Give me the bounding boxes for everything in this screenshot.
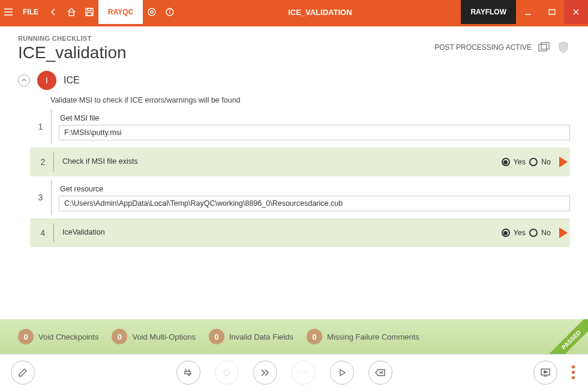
summary-label: Invalid Data Fields <box>229 332 293 341</box>
windows-icon[interactable] <box>538 41 551 54</box>
clear-button[interactable] <box>368 361 392 385</box>
summary-invalid-data-fields: 0 Invalid Data Fields <box>209 329 293 344</box>
no-label: No <box>541 229 551 237</box>
step-label: IceValidation <box>61 227 502 239</box>
rayflow-button[interactable]: RAYFLOW <box>461 0 516 24</box>
yes-no-group: Yes No <box>502 158 551 166</box>
radio-no[interactable] <box>529 229 538 237</box>
svg-marker-20 <box>340 370 345 376</box>
summary-void-checkpoints: 0 Void Checkpoints <box>18 329 98 344</box>
skip-forward-button[interactable] <box>253 361 277 385</box>
summary-void-multi-options: 0 Void Multi-Options <box>112 329 196 344</box>
count-badge: 0 <box>209 329 224 344</box>
step-number: 1 <box>30 109 52 144</box>
summary-label: Void Multi-Options <box>132 332 196 341</box>
step-number: 3 <box>30 180 52 215</box>
titlebar: FILE RAYQC ICE_VALIDATION RAYFLOW <box>0 0 588 24</box>
close-button[interactable] <box>564 0 588 24</box>
step-3: 3 Get resource <box>30 180 570 215</box>
running-label: RUNNING CHECKLIST <box>18 35 127 42</box>
radio-yes[interactable] <box>502 158 510 166</box>
step-label: Get MSI file <box>59 113 570 125</box>
yes-label: Yes <box>514 229 526 237</box>
radio-no[interactable] <box>529 158 538 166</box>
resource-path-input[interactable] <box>59 196 570 211</box>
tab-rayqc[interactable]: RAYQC <box>98 0 143 24</box>
maximize-button[interactable] <box>540 0 564 24</box>
minimize-button[interactable] <box>516 0 540 24</box>
svg-rect-18 <box>223 369 230 376</box>
count-badge: 0 <box>112 329 127 344</box>
page-header: RUNNING CHECKLIST ICE_validation POST PR… <box>0 26 588 67</box>
summary-label: Missing Failure Comments <box>327 332 419 341</box>
edit-button[interactable] <box>11 361 35 385</box>
passed-ribbon: PASSED <box>542 319 588 354</box>
yes-label: Yes <box>514 158 526 166</box>
no-label: No <box>541 158 551 166</box>
step-1: 1 Get MSI file <box>30 109 570 144</box>
arrow-right-button <box>292 361 316 385</box>
svg-rect-5 <box>88 8 91 11</box>
plugin-check-button[interactable] <box>176 361 200 385</box>
play-button[interactable] <box>330 361 354 385</box>
step-4: 4 IceValidation Yes No <box>30 218 570 247</box>
window-title: ICE_VALIDATION <box>179 0 461 24</box>
collapse-toggle[interactable] <box>18 74 30 86</box>
step-label: Get resource <box>59 184 570 196</box>
section-badge: I <box>37 71 56 90</box>
svg-rect-6 <box>87 13 92 16</box>
more-menu[interactable] <box>569 363 577 382</box>
settings-button[interactable] <box>143 0 161 24</box>
save-button[interactable] <box>80 0 98 24</box>
svg-rect-17 <box>541 43 549 49</box>
file-menu[interactable]: FILE <box>17 8 44 16</box>
diamond-button <box>215 361 239 385</box>
svg-rect-13 <box>549 10 555 14</box>
svg-marker-24 <box>544 371 547 373</box>
page-title: ICE_validation <box>18 43 127 62</box>
svg-rect-16 <box>539 44 547 51</box>
post-processing-status: POST PROCESSING ACTIVE <box>434 43 532 52</box>
count-badge: 0 <box>18 329 34 344</box>
steps-list: 1 Get MSI file 2 Check if MSI file exist… <box>30 109 570 247</box>
home-button[interactable] <box>62 0 80 24</box>
summary-label: Void Checkpoints <box>38 332 98 341</box>
svg-point-7 <box>151 11 153 13</box>
run-step-button[interactable] <box>559 157 568 167</box>
window-controls <box>516 0 588 24</box>
section-title: ICE <box>64 75 80 86</box>
svg-rect-3 <box>69 12 74 16</box>
shield-icon[interactable] <box>557 41 570 54</box>
step-label: Check if MSI file exists <box>61 156 502 168</box>
nav-back-button[interactable] <box>44 0 62 24</box>
radio-yes[interactable] <box>502 229 510 237</box>
step-number: 4 <box>32 223 54 242</box>
yes-no-group: Yes No <box>502 229 551 237</box>
summary-missing-failure-comments: 0 Missing Failure Comments <box>307 329 419 344</box>
svg-point-11 <box>170 10 170 11</box>
section-ice: I ICE Validate MSI to check if ICE error… <box>0 67 588 247</box>
section-description: Validate MSI to check if ICE errors/warn… <box>50 96 570 104</box>
presentation-button[interactable] <box>533 361 557 385</box>
msi-file-input[interactable] <box>59 125 570 140</box>
run-step-button[interactable] <box>559 227 568 238</box>
info-button[interactable] <box>161 0 179 24</box>
hamburger-icon[interactable] <box>0 0 17 24</box>
bottom-toolbar <box>0 354 588 390</box>
summary-bar: 0 Void Checkpoints 0 Void Multi-Options … <box>0 319 588 354</box>
titlebar-left: FILE <box>0 0 98 24</box>
svg-point-8 <box>148 8 155 16</box>
step-2: 2 Check if MSI file exists Yes No <box>30 148 570 176</box>
count-badge: 0 <box>307 329 322 344</box>
step-number: 2 <box>32 152 54 172</box>
